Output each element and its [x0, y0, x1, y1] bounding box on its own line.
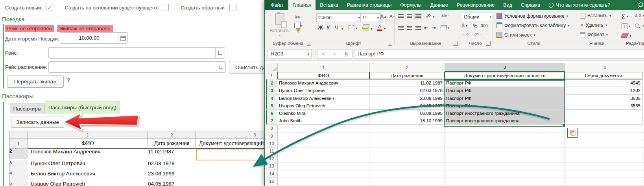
decrease-decimal-button[interactable]: ,00→ [474, 32, 482, 36]
sheet-cell[interactable]: Паспорт иностранного гражданина [445, 117, 565, 125]
name-box-dropdown[interactable]: ▾ [307, 52, 311, 56]
transfer-crew-button[interactable]: Передать экипаж [7, 76, 64, 88]
borders-button[interactable]: ▾ [349, 25, 358, 31]
fill-color-dropdown[interactable]: ▾ [371, 27, 373, 31]
trip-datetime-value[interactable]: 10:00:00 [60, 33, 118, 43]
accounting-format-button[interactable]: $▾ [462, 23, 467, 28]
autosum-button[interactable]: Σ▾ [622, 13, 628, 20]
row-number[interactable]: 1 [9, 139, 28, 149]
comma-style-button[interactable]: 000 [481, 24, 488, 28]
clear-button[interactable]: ▾ [622, 33, 631, 38]
help-link[interactable]: ? [67, 77, 70, 83]
row-header[interactable]: 14 [266, 170, 277, 177]
sheet-cell[interactable]: 4545 [565, 79, 642, 87]
create-new-checkbox[interactable]: ✓ [46, 4, 53, 11]
find-select-button[interactable]: ▾ [635, 24, 644, 28]
sheet-cell[interactable]: Пушок Олег Петрович [277, 87, 369, 94]
tab-formulas[interactable]: Формулы [396, 0, 426, 10]
tab-insert[interactable]: Вставка [316, 0, 342, 10]
merge-center-button[interactable]: ▾ [441, 25, 450, 30]
row-header[interactable]: 13 [266, 162, 277, 170]
align-middle-button[interactable] [407, 14, 412, 18]
flight-field[interactable] [48, 47, 225, 59]
number-format-combo[interactable]: Общий▾ [462, 13, 493, 21]
row-header[interactable]: 11 [266, 147, 277, 155]
column-header-1[interactable]: 1 [278, 63, 370, 72]
grow-font-button[interactable]: A▲ [380, 13, 387, 20]
fill-button[interactable]: ↓ ▾ [622, 23, 631, 29]
create-from-existing-checkbox[interactable]: ✓ [162, 4, 169, 11]
row-header[interactable]: 9 [266, 133, 277, 140]
row-header[interactable]: 7 [266, 117, 277, 125]
name-box[interactable]: R2C3 ▾ [268, 49, 312, 59]
col-number[interactable]: 1 [28, 131, 148, 139]
sort-filter-button[interactable]: АЯ▼▾ [635, 14, 644, 18]
tab-passengers[interactable]: Пассажиры [10, 103, 45, 114]
row-header[interactable]: 4 [266, 95, 277, 102]
sheet-header-fio[interactable]: ФИО [277, 72, 369, 79]
format-as-table-button[interactable]: Форматировать как таблицу▾ [496, 22, 570, 28]
create-reverse-checkbox[interactable]: ✓ [229, 4, 236, 11]
tab-page-layout[interactable]: Разметка страницы [343, 0, 396, 10]
column-header-3-selected[interactable]: 3 [445, 63, 565, 72]
sheet-cell[interactable] [565, 117, 642, 125]
align-bottom-button[interactable] [415, 14, 421, 18]
sheet-cell[interactable]: 11.02.1987 [369, 79, 445, 87]
cell-styles-button[interactable]: Стили ячеек▾ [496, 32, 535, 38]
font-name-combo[interactable]: Calibri▾ [316, 13, 362, 22]
sheet-cell[interactable]: 02.03.1978 [369, 87, 445, 94]
sheet-cell[interactable]: Паспорт РФ [445, 79, 565, 87]
font-color-dropdown[interactable]: ▾ [384, 27, 386, 31]
copy-button[interactable]: ▾ [294, 23, 303, 28]
decrease-indent-button[interactable]: ⇤ [424, 25, 428, 30]
orientation-button[interactable]: ab [425, 13, 432, 19]
align-top-button[interactable] [398, 14, 404, 18]
bold-button[interactable]: Ж [318, 24, 323, 31]
schedule-choose-button[interactable] [216, 62, 225, 72]
sheet-cell[interactable]: Oleshko Mira [277, 110, 369, 117]
formula-input[interactable]: Паспорт РФ [354, 49, 644, 59]
format-cells-button[interactable]: Формат▾ [580, 32, 608, 37]
schedule-value[interactable] [49, 62, 216, 72]
orientation-dropdown[interactable]: ▾ [433, 15, 435, 19]
select-all-corner[interactable] [266, 63, 278, 72]
font-dialog-launcher[interactable] [388, 41, 392, 46]
fill-handle[interactable] [562, 123, 566, 127]
row-header[interactable]: 3 [266, 87, 277, 94]
sheet-cell[interactable]: Полозов Михаил Андреевич [277, 79, 369, 87]
sheet-cell[interactable]: 23.06.1999 [369, 95, 445, 102]
sheet-cell[interactable]: 18.10.1999 [369, 117, 445, 125]
flight-value[interactable] [49, 48, 215, 58]
paste-button[interactable]: Вставить ▾ [269, 13, 290, 37]
sheet-cell[interactable]: Паспорт РФ [445, 87, 565, 94]
sheet-cell[interactable]: 3535 [565, 95, 642, 102]
number-dialog-launcher[interactable] [486, 41, 491, 46]
sheet-cell[interactable]: Паспорт иностранного гражданина [445, 110, 565, 117]
trip-datetime-field[interactable]: 10:00:00 [60, 32, 128, 44]
row-header[interactable]: 5 [266, 102, 277, 110]
sheet-cell[interactable] [565, 110, 642, 117]
sheet-cell[interactable]: 3535 [565, 102, 642, 110]
increase-indent-button[interactable]: ⇥ [432, 25, 435, 30]
percent-style-button[interactable]: % [473, 23, 478, 29]
delete-cells-button[interactable]: ✕ Удалить▾ [580, 22, 607, 28]
row-header[interactable]: 2 [266, 79, 277, 87]
sheet-cell[interactable]: Usupov Oleg Petrovich [277, 102, 369, 110]
row-header[interactable]: 1 [266, 72, 277, 79]
search-button[interactable] [635, 0, 644, 10]
enter-button[interactable]: ✓ [333, 52, 337, 57]
wrap-text-button[interactable]: ab↵ [441, 13, 449, 18]
font-color-button[interactable]: А [377, 24, 382, 31]
flight-choose-button[interactable] [215, 48, 225, 58]
cancel-button[interactable]: ✕ [321, 52, 325, 57]
tab-view[interactable]: Вид [499, 0, 517, 10]
align-right-button[interactable] [415, 26, 421, 30]
fill-color-button[interactable] [363, 24, 369, 31]
sheet-cell[interactable]: John Smith [277, 117, 369, 125]
tab-review[interactable]: Рецензирование [452, 0, 499, 10]
insert-function-button[interactable]: fx [345, 51, 348, 57]
sheet-cell[interactable]: 1202 [565, 87, 642, 94]
tab-data[interactable]: Данные [426, 0, 452, 10]
sheet-cell[interactable]: Паспорт РФ [445, 95, 565, 102]
tab-home[interactable]: Главная [288, 0, 316, 10]
